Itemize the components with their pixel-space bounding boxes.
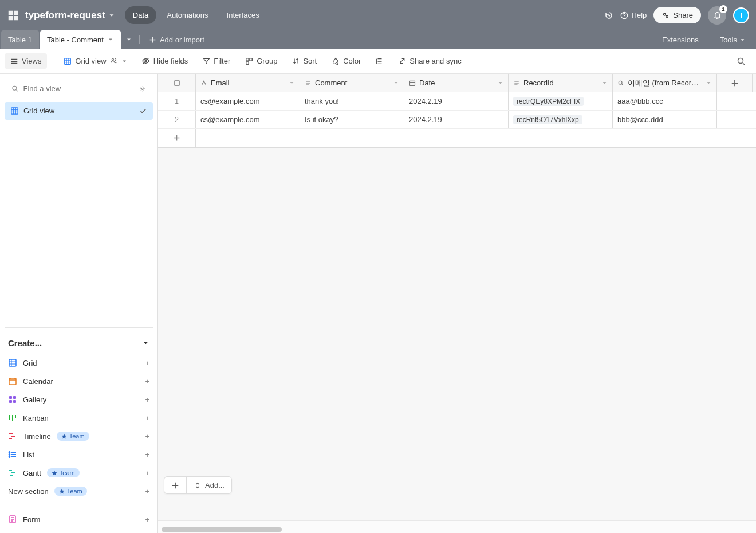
chevron-down-icon[interactable]: [107, 36, 114, 43]
create-list[interactable]: List +: [5, 445, 153, 464]
settings-icon[interactable]: [139, 85, 146, 93]
table-tab-active[interactable]: Table - Comment: [40, 30, 121, 49]
team-badge: Team: [57, 432, 89, 441]
nav-tab-interfaces[interactable]: Interfaces: [219, 6, 267, 24]
create-kanban[interactable]: Kanban +: [5, 409, 153, 427]
create-calendar[interactable]: Calendar +: [5, 372, 153, 390]
table-tab-1[interactable]: Table 1: [1, 30, 39, 49]
help-label: Help: [632, 11, 647, 19]
share-button[interactable]: Share: [653, 7, 701, 23]
sort-button[interactable]: Sort: [286, 53, 322, 69]
hide-fields-label: Hide fields: [153, 57, 188, 65]
create-label: Create...: [8, 338, 42, 348]
cell-comment[interactable]: thank you!: [300, 92, 404, 110]
svg-rect-6: [246, 58, 249, 60]
svg-rect-15: [9, 396, 12, 399]
plus-icon[interactable]: +: [145, 359, 149, 367]
create-section-label: New section: [8, 487, 49, 496]
find-view-input[interactable]: [23, 84, 135, 93]
plus-icon[interactable]: +: [145, 395, 149, 404]
search-button[interactable]: [731, 53, 751, 69]
tools-dropdown[interactable]: Tools: [714, 36, 751, 44]
nav-tab-automations[interactable]: Automations: [159, 6, 216, 24]
share-sync-button[interactable]: Share and sync: [393, 53, 467, 69]
notifications-button[interactable]: 1: [708, 6, 726, 25]
table-row[interactable]: 2 cs@example.com Is it okay? 2024.2.19 r…: [158, 111, 756, 129]
chevron-down-icon: [142, 339, 149, 347]
chevron-down-icon[interactable]: [121, 58, 128, 65]
sidebar-view-grid[interactable]: Grid view: [5, 102, 153, 120]
chevron-down-icon[interactable]: [289, 80, 295, 86]
color-label: Color: [343, 57, 361, 65]
chevron-down-icon[interactable]: [497, 80, 503, 86]
table-row[interactable]: 1 cs@example.com thank you! 2024.2.19 re…: [158, 92, 756, 111]
current-view-button[interactable]: Grid view: [59, 53, 132, 69]
plus-icon[interactable]: +: [145, 432, 149, 441]
create-section-toggle[interactable]: Create...: [5, 332, 153, 354]
create-gallery[interactable]: Gallery +: [5, 390, 153, 409]
add-field-button[interactable]: [717, 74, 753, 92]
color-button[interactable]: Color: [326, 53, 367, 69]
create-grid[interactable]: Grid +: [5, 354, 153, 372]
kanban-icon: [8, 413, 17, 422]
row-number[interactable]: 1: [158, 92, 196, 110]
user-avatar[interactable]: I: [733, 7, 749, 23]
extensions-link[interactable]: Extensions: [656, 36, 704, 44]
chevron-down-icon[interactable]: [108, 11, 116, 19]
plus-icon[interactable]: +: [145, 414, 149, 422]
tables-dropdown[interactable]: [121, 30, 137, 49]
chevron-down-icon[interactable]: [393, 80, 399, 86]
grid-icon: [64, 57, 72, 65]
row-height-button[interactable]: [370, 54, 389, 69]
plus-icon[interactable]: +: [145, 469, 149, 477]
find-view-search[interactable]: [5, 79, 153, 99]
create-form[interactable]: Form +: [5, 510, 153, 528]
plus-icon[interactable]: +: [145, 515, 149, 524]
column-header-date[interactable]: Date: [404, 74, 509, 92]
svg-rect-23: [174, 80, 179, 85]
create-timeline[interactable]: Timeline Team +: [5, 427, 153, 445]
cell-date[interactable]: 2024.2.19: [404, 92, 509, 110]
history-icon[interactable]: [604, 11, 613, 20]
cell-recordid[interactable]: rectrQEy8XPM2cFfX: [509, 92, 613, 110]
horizontal-scrollbar[interactable]: [162, 527, 282, 532]
group-button[interactable]: Group: [239, 53, 283, 69]
base-name[interactable]: typeform-request: [25, 10, 105, 21]
add-dropdown-button[interactable]: Add...: [187, 477, 231, 493]
row-number[interactable]: 2: [158, 111, 196, 128]
plus-icon[interactable]: +: [145, 487, 149, 496]
add-import-label: Add or import: [160, 36, 204, 44]
add-import-button[interactable]: Add or import: [142, 30, 211, 49]
add-row-button[interactable]: [158, 129, 196, 147]
chevron-down-icon[interactable]: [706, 80, 712, 86]
create-gantt[interactable]: Gantt Team +: [5, 464, 153, 482]
nav-tab-data[interactable]: Data: [125, 6, 156, 24]
svg-point-25: [619, 81, 622, 84]
cell-lookup[interactable]: aaa@bbb.ccc: [613, 92, 717, 110]
create-gallery-label: Gallery: [23, 395, 46, 404]
filter-button[interactable]: Filter: [197, 53, 236, 69]
cell-recordid[interactable]: recRnf5O17VxhlXxp: [509, 111, 613, 128]
cell-comment[interactable]: Is it okay?: [300, 111, 404, 128]
cell-lookup[interactable]: bbb@ccc.ddd: [613, 111, 717, 128]
create-section[interactable]: New section Team +: [5, 482, 153, 500]
svg-rect-16: [13, 396, 16, 399]
plus-icon[interactable]: +: [145, 377, 149, 386]
column-header-email[interactable]: Email: [196, 74, 300, 92]
cell-date[interactable]: 2024.2.19: [404, 111, 509, 128]
grid-icon: [8, 358, 17, 367]
cell-email[interactable]: cs@example.com: [196, 111, 300, 128]
column-header-lookup[interactable]: 이메일 (from RecordI...: [613, 74, 717, 92]
hide-fields-button[interactable]: Hide fields: [136, 53, 194, 69]
plus-icon[interactable]: +: [145, 450, 149, 459]
add-record-button[interactable]: [164, 477, 187, 493]
select-all-checkbox[interactable]: [158, 74, 196, 92]
cell-email[interactable]: cs@example.com: [196, 92, 300, 110]
help-button[interactable]: Help: [620, 11, 647, 19]
views-toggle[interactable]: Views: [5, 53, 47, 69]
svg-point-21: [9, 456, 10, 457]
column-header-recordid[interactable]: RecordId: [509, 74, 613, 92]
form-icon: [8, 515, 17, 524]
column-header-comment[interactable]: Comment: [300, 74, 404, 92]
chevron-down-icon[interactable]: [601, 80, 608, 86]
